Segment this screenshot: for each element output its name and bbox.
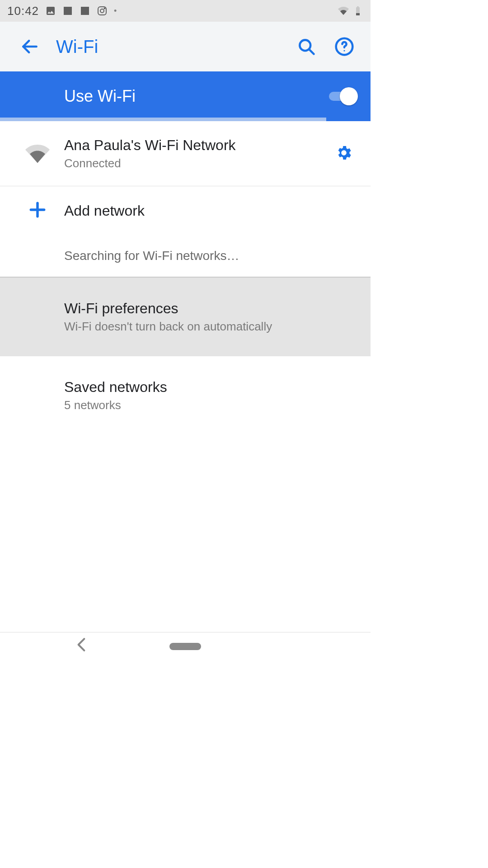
wifi-preferences-subtitle: Wi-Fi doesn't turn back on automatically [64,320,360,334]
nav-home-pill[interactable] [169,643,201,650]
saved-networks-row[interactable]: Saved networks 5 networks [0,356,371,435]
svg-point-2 [104,8,105,9]
plus-icon [28,200,47,222]
app-bar: Wi-Fi [0,22,371,71]
wifi-switch[interactable] [329,86,358,106]
facebook-icon [62,5,73,16]
svg-rect-3 [356,13,360,15]
wifi-preferences-title: Wi-Fi preferences [64,300,360,317]
svg-point-8 [344,50,345,52]
photos-icon [45,5,56,16]
searching-status: Searching for Wi-Fi networks… [0,235,371,278]
connected-network-row[interactable]: Ana Paula's Wi-Fi Network Connected [0,121,371,186]
network-ssid: Ana Paula's Wi-Fi Network [64,137,328,154]
nav-back-button[interactable] [77,637,86,656]
network-status: Connected [64,156,328,170]
add-network-label: Add network [64,203,360,219]
svg-point-1 [100,9,104,13]
back-button[interactable] [7,37,52,57]
svg-line-6 [309,49,314,54]
back-arrow-icon [20,37,40,57]
search-button[interactable] [296,37,316,57]
wifi-status-icon [338,5,349,16]
battery-icon [352,5,363,16]
facebook-icon [80,5,90,16]
more-notifications-icon: • [114,6,117,16]
saved-networks-title: Saved networks [64,379,360,396]
status-bar: 10:42 • [0,0,371,22]
system-nav-bar [0,632,371,660]
add-network-row[interactable]: Add network [0,186,371,235]
instagram-icon [97,5,108,16]
wifi-preferences-row[interactable]: Wi-Fi preferences Wi-Fi doesn't turn bac… [0,278,371,356]
help-button[interactable] [334,37,354,57]
scan-progress-bar [0,118,326,121]
saved-networks-subtitle: 5 networks [64,398,360,412]
network-settings-button[interactable] [328,144,360,164]
status-time: 10:42 [7,4,39,18]
gear-icon [335,144,353,164]
wifi-signal-icon [25,141,50,167]
page-title: Wi-Fi [52,37,296,57]
wifi-master-toggle-row[interactable]: Use Wi-Fi [0,71,371,121]
wifi-toggle-label: Use Wi-Fi [64,87,329,106]
